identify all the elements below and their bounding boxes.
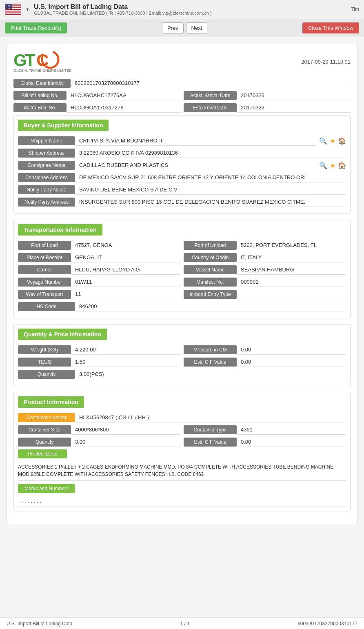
consignee-name-label: Consignee Name: [18, 161, 75, 170]
product-esti-cif-value: 0.00: [237, 437, 346, 447]
manifest-no-value: 000001: [237, 277, 346, 287]
consignee-search-icon[interactable]: 🔍: [319, 162, 327, 169]
app-title-area: U.S. Import Bill of Lading Data GLOBAL T…: [34, 3, 212, 16]
mater-bol-label: Mater BOL No.: [13, 103, 67, 112]
bol-label: Bill of Lading No.: [13, 91, 67, 100]
global-data-identity-value: 6003201703270000310177: [71, 78, 351, 88]
marks-and-numbers-label[interactable]: Marks and Numbers: [18, 484, 75, 493]
quantity-row: Quantity 3.00(PCS): [18, 369, 346, 379]
shipper-name-label: Shipper Name: [18, 136, 75, 145]
notify-party-address-label: Notify Party Address: [18, 198, 75, 207]
consignee-address-value: DE MEXICO SA/CV SUR 21 608 ENTRE ORIENTE…: [75, 173, 346, 182]
shipper-name-icons: 🔍 ★ 🏠: [319, 137, 346, 145]
notify-party-name-row: Notify Party Name SAVINO DEL BENE MEXICO…: [18, 185, 346, 195]
notify-party-name-label: Notify Party Name: [18, 185, 75, 194]
footer-app-title: U.S. Import Bill of Lading Data: [7, 621, 72, 627]
shipper-address-row: Shipper Address 3 22060 AROSIO CO P IVA …: [18, 148, 346, 158]
hs-code-row: HS Code 846200: [18, 302, 346, 311]
container-number-value: HLXU5629847 ( CN / L / HH ): [75, 413, 346, 422]
notify-party-address-row: Notify Party Address INSURGENTES SUR 800…: [18, 197, 346, 207]
carrier-value: HLCU, HAPAG-LLOYD A G: [71, 265, 180, 275]
country-of-origin-label: Country of Origin: [184, 253, 237, 262]
port-of-load-label: Port of Load: [18, 241, 71, 250]
container-type-label: Container Type: [184, 425, 237, 434]
container-number-label: Container Number: [18, 413, 75, 422]
top-right-user: Tim: [351, 7, 359, 12]
product-info-title: Product Information: [18, 396, 84, 408]
product-desc-label[interactable]: Product Desc: [18, 449, 67, 458]
notify-party-name-value: SAVINO DEL BENE MEXICO S A DE C V: [75, 185, 346, 195]
marks-and-numbers-value: . . . . . . .: [18, 496, 346, 507]
bol-value: HLCUGOAHC17276AA: [67, 91, 180, 100]
way-transport-inbond-row: Way of Transport 11 In-bond Entry Type: [18, 289, 346, 299]
container-type-value: 4351: [237, 425, 346, 435]
nav-buttons: Prev Next: [162, 22, 207, 33]
buyer-supplier-body: Shipper Name CRIPPA SPA VIA M BUONARROTI…: [14, 133, 350, 213]
port-of-load-value: 47527, GENOA: [71, 240, 180, 250]
svg-rect-6: [5, 13, 21, 14]
consignee-home-icon[interactable]: 🏠: [338, 162, 346, 169]
actual-arrival-item: Actual Arrival Date 20170326: [184, 91, 351, 100]
consignee-address-row: Consignee Address DE MEXICO SA/CV SUR 21…: [18, 173, 346, 182]
port-load-unload-row: Port of Load 47527, GENOA Port of Unload…: [18, 240, 346, 250]
port-of-unload-value: 5203, PORT EVERGLADES, FL: [237, 240, 346, 250]
main-card: G T C GLOBAL TRADE ONLINE LIMITED 2017-0…: [7, 44, 357, 524]
inbond-entry-type-item: In-bond Entry Type: [184, 289, 346, 299]
product-quantity-label: Quantity: [18, 438, 71, 447]
shipper-star-icon[interactable]: ★: [330, 137, 335, 145]
container-size-item: Container Size 4000*806*800: [18, 425, 180, 435]
way-of-transport-value: 11: [71, 289, 180, 299]
product-info-body: Container Number HLXU5629847 ( CN / L / …: [14, 410, 350, 511]
vessel-name-item: Vessel Name SEASPAN HAMBURG: [184, 265, 346, 275]
logo-area: G T C GLOBAL TRADE ONLINE LIMITED: [13, 51, 72, 73]
top-bar-left: ★★★★★★ ★★★★★ ★★★★★★ ▼ U.S. Import Bill o…: [5, 3, 212, 16]
consignee-star-icon[interactable]: ★: [330, 162, 335, 169]
logo-company-name: GLOBAL TRADE ONLINE LIMITED: [13, 69, 72, 73]
consignee-address-label: Consignee Address: [18, 173, 75, 182]
print-button[interactable]: Print Trade Record(s): [5, 22, 67, 33]
transportation-body: Port of Load 47527, GENOA Port of Unload…: [14, 238, 350, 318]
hs-code-value: 846200: [75, 302, 346, 311]
vessel-name-label: Vessel Name: [184, 265, 237, 274]
product-quantity-value: 3.00: [71, 437, 180, 447]
record-date: 2017-09-29 11:18:01: [301, 59, 351, 65]
bol-row: Bill of Lading No. HLCUGOAHC17276AA Actu…: [13, 91, 351, 100]
product-esti-cif-item: Esti. CIF Value 0.00: [184, 437, 346, 447]
carrier-vessel-row: Carrier HLCU, HAPAG-LLOYD A G Vessel Nam…: [18, 265, 346, 275]
page-footer: U.S. Import Bill of Lading Data 1 / 1 60…: [0, 617, 364, 629]
app-title: U.S. Import Bill of Lading Data: [34, 3, 212, 11]
global-data-identity-label: Global Data Identity: [13, 79, 71, 88]
manifest-no-label: Manifest No.: [184, 278, 237, 287]
mater-bol-row: Mater BOL No. HLCUGOA170317276 Esti Arri…: [13, 103, 351, 113]
quantity-price-section: Quantity & Price Information Weight (KG)…: [13, 324, 351, 386]
toolbar: Print Trade Record(s) Prev Next Close Th…: [0, 19, 364, 37]
teus-value: 1.50: [71, 357, 180, 367]
shipper-search-icon[interactable]: 🔍: [319, 137, 327, 145]
close-window-button[interactable]: Close This Window: [302, 22, 359, 33]
next-button[interactable]: Next: [186, 22, 208, 33]
consignee-name-value: CADILLAC RUBBER AND PLASTICS: [75, 160, 316, 170]
flag-dropdown[interactable]: ▼: [25, 7, 30, 12]
shipper-address-label: Shipper Address: [18, 149, 75, 158]
quantity-label: Quantity: [18, 370, 75, 379]
voyage-number-value: 01W11: [71, 277, 180, 287]
teus-label: TEUS: [18, 358, 71, 367]
transportation-section: Transportation Information Port of Load …: [13, 220, 351, 318]
teus-cif-row: TEUS 1.50 Esti. CIF Value 0.00: [18, 357, 346, 367]
consignee-name-icons: 🔍 ★ 🏠: [319, 162, 346, 169]
bol-item: Bill of Lading No. HLCUGOAHC17276AA: [13, 91, 180, 100]
weight-kg-value: 4,220.00: [71, 345, 180, 355]
container-size-label: Container Size: [18, 425, 71, 434]
prev-button[interactable]: Prev: [162, 22, 184, 33]
country-of-origin-value: IT, ITALY: [237, 253, 346, 262]
product-desc-text: ACCESSORIES 1 PALLET + 2 CAGES ENDFORMIN…: [18, 461, 346, 481]
voyage-number-label: Voyage Number: [18, 278, 71, 287]
footer-page-info: 1 / 1: [180, 621, 190, 627]
shipper-home-icon[interactable]: 🏠: [338, 137, 346, 145]
port-of-load-item: Port of Load 47527, GENOA: [18, 240, 180, 250]
port-of-unload-item: Port of Unload 5203, PORT EVERGLADES, FL: [184, 240, 346, 250]
esti-arrival-item: Esti Arrival Date 20170326: [184, 103, 351, 113]
place-country-row: Place of Receipt GENOA, IT Country of Or…: [18, 253, 346, 262]
us-flag-icon: ★★★★★★ ★★★★★ ★★★★★★: [5, 4, 21, 15]
page-content: G T C GLOBAL TRADE ONLINE LIMITED 2017-0…: [0, 37, 364, 617]
